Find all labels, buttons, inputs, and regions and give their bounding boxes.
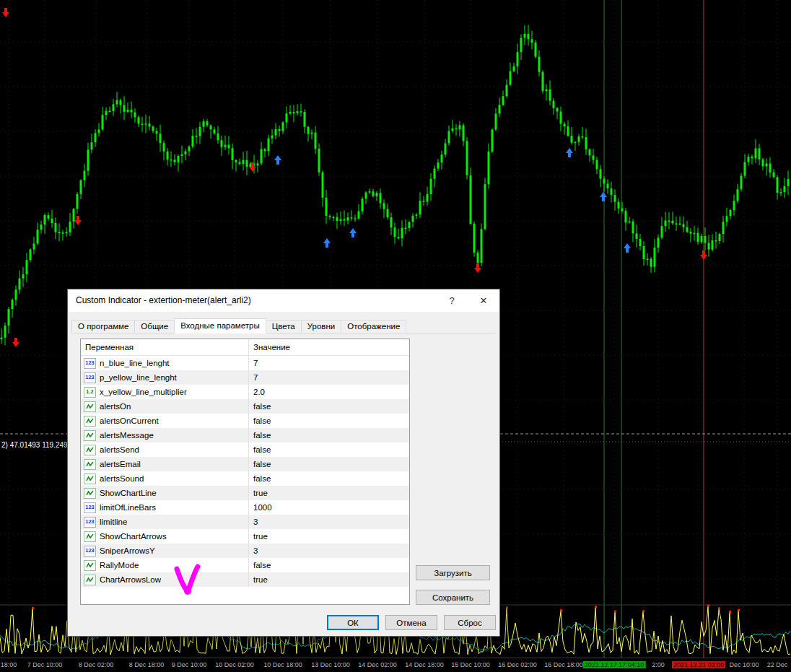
param-type-int-icon: 123	[84, 517, 96, 528]
help-icon[interactable]: ?	[439, 289, 465, 312]
param-value-cell[interactable]: false	[249, 471, 409, 486]
param-name: alertsMessage	[100, 428, 154, 442]
param-row[interactable]: 123limitOfLineBars1000	[81, 500, 409, 515]
buy-arrow-icon	[349, 228, 357, 237]
sell-arrow-icon	[474, 263, 481, 273]
tab-levels[interactable]: Уровни	[301, 320, 341, 333]
param-name-cell: ShowChartLine	[81, 486, 249, 500]
param-value-cell[interactable]: true	[249, 572, 409, 587]
param-value-cell[interactable]: 3	[249, 544, 409, 558]
time-axis-label: 14 Dec 18:00	[405, 661, 444, 668]
param-name-cell: alertsOn	[81, 399, 249, 414]
param-name-cell: 123p_yellow_line_lenght	[81, 370, 249, 385]
reset-button[interactable]: Сброс	[444, 615, 496, 630]
close-icon[interactable]: ✕	[471, 289, 497, 312]
param-value-cell[interactable]: false	[249, 457, 409, 471]
time-axis-label: 7 Dec 10:00	[27, 661, 63, 668]
param-name: x_yellow_line_multiplier	[100, 385, 187, 399]
param-value-cell[interactable]: 7	[249, 370, 409, 385]
param-row[interactable]: alertsOnCurrentfalse	[81, 414, 409, 428]
param-row[interactable]: RallyModefalse	[81, 558, 409, 572]
indicator-values-label: 2) 47.01493 119.2495	[0, 441, 73, 449]
param-name: limitOfLineBars	[100, 500, 156, 515]
column-header-value: Значение	[249, 339, 409, 355]
param-name: alertsEmail	[100, 457, 141, 471]
param-name-cell: ShowChartArrows	[81, 529, 249, 544]
param-value-cell[interactable]: false	[249, 428, 409, 442]
param-type-bool-icon	[84, 474, 96, 484]
oscillator-signal-dot	[642, 610, 644, 612]
param-row[interactable]: alertsSendfalse	[81, 442, 409, 457]
param-value-cell[interactable]: false	[249, 399, 409, 414]
column-header-variable: Переменная	[81, 339, 249, 355]
param-value-cell[interactable]: 7	[249, 356, 409, 370]
buy-arrow-icon	[624, 243, 631, 253]
param-row[interactable]: 123n_blue_line_lenght7	[81, 356, 409, 370]
param-name-cell: alertsSend	[81, 442, 249, 457]
param-row[interactable]: 123limitline3	[81, 515, 409, 529]
param-name: RallyMode	[100, 558, 139, 572]
param-type-bool-icon	[84, 459, 96, 470]
param-type-bool-icon	[84, 531, 96, 542]
dialog-titlebar[interactable]: Custom Indicator - extertion-meter(alert…	[68, 289, 499, 312]
param-value-cell[interactable]: false	[249, 558, 409, 572]
tab-colors[interactable]: Цвета	[266, 320, 302, 333]
time-axis: 18:007 Dec 10:008 Dec 02:008 Dec 18:009 …	[0, 658, 791, 672]
time-axis-label: 9 Dec 10:00	[172, 661, 207, 668]
param-name-cell: RallyMode	[81, 558, 249, 572]
param-row[interactable]: ShowChartArrowstrue	[81, 529, 409, 544]
param-value-cell[interactable]: 3	[249, 515, 409, 529]
param-name-cell: ChartArrowsLow	[81, 572, 249, 587]
ok-button[interactable]: ОК	[327, 615, 379, 630]
tab-bar: О программе Общие Входные параметры Цвет…	[71, 319, 406, 333]
param-row[interactable]: 123p_yellow_line_lenght7	[81, 370, 409, 385]
sell-arrow-icon	[700, 250, 707, 260]
param-type-int-icon: 123	[84, 358, 96, 369]
buy-arrow-icon	[566, 148, 573, 157]
parameters-table: Переменная Значение 123n_blue_line_lengh…	[80, 339, 410, 605]
load-button[interactable]: Загрузить	[416, 565, 490, 580]
tab-about-program[interactable]: О программе	[71, 320, 135, 333]
param-value-cell[interactable]: false	[249, 414, 409, 428]
param-row[interactable]: 1.2x_yellow_line_multiplier2.0	[81, 385, 409, 399]
param-value-cell[interactable]: 1000	[249, 500, 409, 515]
param-name-cell: alertsOnCurrent	[81, 414, 249, 428]
param-row[interactable]: alertsOnfalse	[81, 399, 409, 414]
tab-general[interactable]: Общие	[134, 320, 175, 333]
time-axis-label: 14 Dec 02:00	[358, 661, 397, 668]
param-type-double-icon: 1.2	[84, 387, 96, 398]
oscillator-signal-dot	[707, 605, 709, 607]
oscillator-signal-dot	[32, 607, 34, 609]
time-axis-label: 2:00	[652, 661, 665, 668]
param-value-cell[interactable]: false	[249, 442, 409, 457]
cancel-button[interactable]: Отмена	[385, 615, 437, 630]
oscillator-signal-dot	[738, 609, 740, 611]
param-row[interactable]: alertsSoundfalse	[81, 471, 409, 486]
tab-input-parameters[interactable]: Входные параметры	[174, 318, 266, 333]
buy-arrow-icon	[274, 155, 281, 165]
dialog-title: Custom Indicator - extertion-meter(alert…	[76, 295, 251, 305]
mt4-window: 2) 47.01493 119.2495 18:007 Dec 10:008 D…	[0, 0, 791, 672]
param-row[interactable]: 123SniperArrowsY3	[81, 544, 409, 558]
param-row[interactable]: alertsMessagefalse	[81, 428, 409, 442]
oscillator-signal-dot	[506, 606, 508, 608]
table-header-row: Переменная Значение	[81, 339, 409, 356]
oscillator-signal-dot	[718, 607, 720, 609]
param-value-cell[interactable]: true	[249, 529, 409, 544]
param-value-cell[interactable]: true	[249, 486, 409, 500]
param-name: ShowChartLine	[100, 486, 157, 500]
tab-display[interactable]: Отображение	[341, 320, 406, 333]
param-row[interactable]: alertsEmailfalse	[81, 457, 409, 471]
time-axis-label: 13 Dec 10:00	[311, 661, 350, 668]
param-name: ShowChartArrows	[100, 529, 167, 544]
param-row[interactable]: ChartArrowsLowtrue	[81, 572, 409, 587]
time-axis-label: 15 Dec 10:00	[451, 661, 490, 668]
time-axis-label-red: 2021.12.21 02:00	[672, 661, 725, 668]
param-row[interactable]: ShowChartLinetrue	[81, 486, 409, 500]
param-name: alertsSound	[100, 471, 144, 486]
param-value-cell[interactable]: 2.0	[249, 385, 409, 399]
save-button[interactable]: Сохранить	[416, 590, 490, 605]
param-type-bool-icon	[84, 401, 96, 412]
oscillator-signal-dot	[614, 611, 616, 613]
time-axis-label: 18:00	[1, 661, 17, 668]
